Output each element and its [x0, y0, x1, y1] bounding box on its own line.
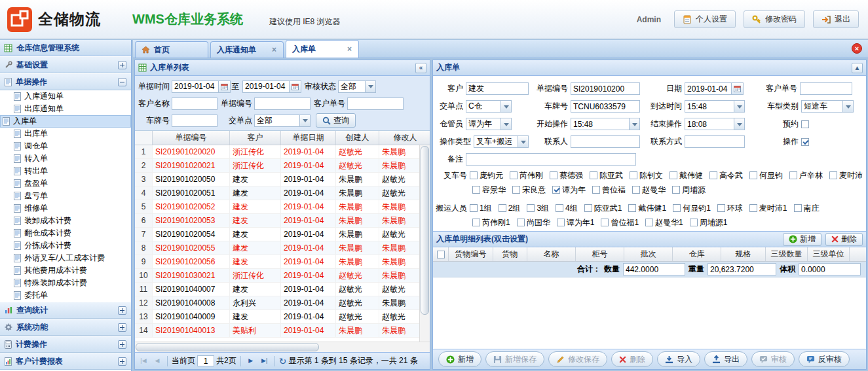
tab-close-icon[interactable]: × [271, 45, 277, 54]
sidebar-section-0[interactable]: 基础设置 [0, 56, 131, 73]
audit-status-select[interactable]: 全部 [338, 80, 376, 93]
page-input[interactable] [197, 355, 214, 366]
sidebar-section-4[interactable]: 计费操作 [0, 336, 131, 353]
worker-checkbox-item[interactable]: 2组 [499, 203, 521, 214]
checkbox-icon[interactable] [470, 171, 478, 179]
expand-icon[interactable] [118, 306, 126, 315]
checkbox-icon[interactable] [510, 171, 518, 179]
detail-add-button[interactable]: 新增 [783, 233, 821, 246]
calendar-icon[interactable] [219, 80, 231, 93]
tab-0[interactable]: 首页 [135, 41, 208, 58]
export-action-button[interactable]: 导出 [704, 351, 747, 367]
worker-checkbox-item[interactable]: 尚国华 [517, 217, 550, 228]
sidebar-item[interactable]: 盘亏单 [0, 190, 131, 202]
scrollbar-thumb[interactable] [421, 146, 429, 315]
plate-input[interactable] [571, 100, 640, 113]
next-page-button[interactable]: ▶ [245, 355, 257, 367]
checkbox-icon[interactable] [472, 219, 480, 226]
column-header[interactable]: 修改人 [379, 131, 430, 145]
weight-total-input[interactable] [708, 263, 776, 275]
inbound-row[interactable]: 4SI201901020051建发2019-01-04朱晨鹏赵敏光 [135, 186, 419, 200]
checkbox-icon[interactable] [601, 219, 609, 226]
worker-checkbox-item[interactable]: 陈亚武 [590, 170, 623, 181]
personal-settings-button[interactable]: 个人设置 [674, 10, 736, 28]
worker-checkbox-item[interactable]: 何显钧1 [673, 203, 711, 214]
worker-checkbox-item[interactable]: 陈亚武1 [584, 203, 622, 214]
expand-icon[interactable] [118, 340, 126, 349]
expand-icon[interactable] [118, 357, 126, 366]
del-action-button[interactable]: 删除 [611, 351, 653, 367]
collapse-icon[interactable] [118, 78, 126, 86]
checkbox-icon[interactable] [794, 204, 802, 212]
checkbox-icon[interactable] [690, 219, 698, 226]
logout-button[interactable]: 退出 [813, 10, 859, 28]
sidebar-item[interactable]: 盘盈单 [0, 177, 131, 190]
checkbox-icon[interactable] [829, 171, 837, 179]
worker-checkbox-item[interactable]: 高令武 [709, 170, 743, 181]
column-header[interactable]: 单据日期 [281, 131, 336, 145]
checkbox-icon[interactable] [749, 171, 757, 179]
sidebar-item[interactable]: 转入单 [0, 152, 131, 165]
checkbox-icon[interactable] [645, 219, 653, 226]
horizontal-scrollbar[interactable] [135, 342, 430, 352]
unaudit-action-button[interactable]: 反审核 [799, 351, 850, 367]
sidebar-item[interactable]: 外请叉车/人工成本计费 [0, 252, 131, 264]
inbound-row[interactable]: 14SI201901040013美贴利2019-01-04朱晨鹏朱晨鹏 [135, 324, 419, 338]
op-type-select[interactable]: 叉车+搬运 [474, 135, 529, 148]
inbound-row[interactable]: 3SI201901020050建发2019-01-04朱晨鹏赵敏光 [135, 173, 419, 186]
checkbox-icon[interactable] [628, 204, 636, 212]
sidebar-section-3[interactable]: 系统功能 [0, 319, 131, 336]
checkbox-icon[interactable] [472, 186, 480, 194]
worker-checkbox-item[interactable]: 容景华 [472, 185, 506, 196]
expand-icon[interactable] [118, 323, 126, 332]
sidebar-item[interactable]: 翻仓成本计费 [0, 227, 131, 239]
worker-checkbox-item[interactable]: 赵曼华1 [645, 217, 683, 228]
sidebar-item[interactable]: 维修单 [0, 202, 131, 215]
change-password-button[interactable]: 修改密码 [744, 10, 805, 28]
reserve-checkbox[interactable] [801, 120, 809, 128]
row-number-header[interactable] [135, 131, 153, 145]
column-header[interactable]: 创建人 [336, 131, 379, 145]
close-all-icon[interactable]: × [852, 43, 862, 54]
checkbox-icon[interactable] [673, 204, 681, 212]
checkbox-icon[interactable] [550, 171, 557, 179]
sidebar-item[interactable]: 出库单 [0, 128, 131, 140]
sidebar-item[interactable]: 出库通知单 [0, 103, 131, 115]
contact-way-input[interactable] [685, 135, 745, 148]
customer-input[interactable] [466, 82, 529, 95]
inbound-row[interactable]: 5SI201901020052建发2019-01-04朱晨鹏朱晨鹏 [135, 200, 419, 214]
detail-column-header[interactable]: 三级单位 [808, 247, 850, 261]
checkbox-icon[interactable] [630, 171, 637, 179]
scrollbar-thumb[interactable] [136, 343, 319, 351]
customer-name-input[interactable] [172, 97, 217, 110]
edit-action-button[interactable]: 修改保存 [548, 351, 607, 367]
doc-no-input[interactable] [571, 82, 640, 95]
detail-column-header[interactable]: 名称 [527, 247, 576, 261]
checkbox-icon[interactable] [517, 219, 525, 226]
import-action-button[interactable]: 导入 [657, 351, 700, 367]
worker-checkbox-item[interactable]: 戴伟健1 [628, 203, 666, 214]
tab-1[interactable]: 入库通知单× [210, 41, 284, 58]
worker-checkbox-item[interactable]: 麦时沛1 [749, 203, 787, 214]
point-select[interactable]: 全部 [254, 115, 311, 127]
worker-checkbox-item[interactable]: 芮伟刚1 [472, 217, 510, 228]
column-header[interactable]: 单据编号 [153, 131, 230, 145]
sidebar-item[interactable]: 入库单 [0, 115, 131, 128]
checkbox-icon[interactable] [499, 204, 506, 212]
worker-checkbox-item[interactable]: 曾位福1 [601, 217, 639, 228]
audit-action-button[interactable]: 审核 [751, 351, 795, 367]
worker-checkbox-item[interactable]: 庞钧元 [470, 170, 503, 181]
worker-checkbox-item[interactable]: 麦时沛 [829, 170, 863, 181]
expand-icon[interactable] [118, 61, 126, 69]
sidebar-section-1[interactable]: 单据操作 [0, 73, 131, 90]
checkbox-icon[interactable] [717, 204, 725, 212]
sidebar-item[interactable]: 调仓单 [0, 140, 131, 152]
sidebar-item[interactable]: 委托单 [0, 289, 131, 302]
worker-checkbox-item[interactable]: 赵曼华 [632, 185, 666, 196]
checkbox-icon[interactable] [749, 204, 757, 212]
checkbox-icon[interactable] [670, 171, 677, 179]
worker-checkbox-item[interactable]: 谭为年1 [557, 217, 595, 228]
worker-checkbox-item[interactable]: 蔡德强 [550, 170, 583, 181]
calendar-icon[interactable] [732, 82, 744, 95]
worker-checkbox-item[interactable]: 南庄 [794, 203, 820, 214]
